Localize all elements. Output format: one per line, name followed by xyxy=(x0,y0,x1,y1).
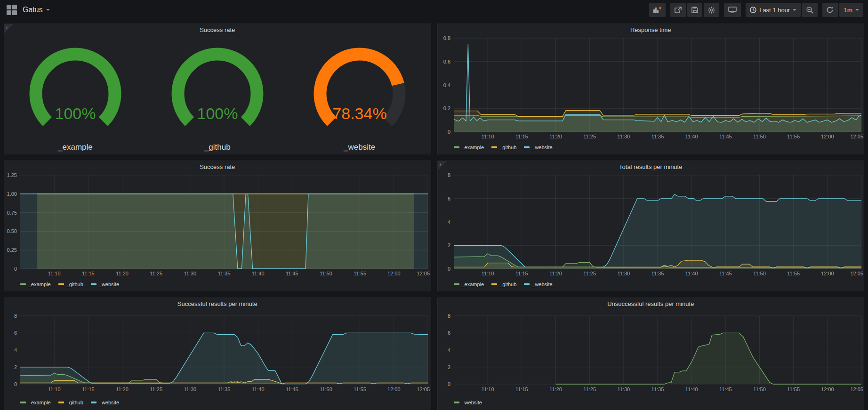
svg-text:11:50: 11:50 xyxy=(320,271,332,276)
svg-text:11:45: 11:45 xyxy=(286,271,298,276)
gauge-arc: 100% xyxy=(14,36,137,143)
panel-info-icon[interactable]: i xyxy=(438,161,447,170)
gauge-arc: 100% xyxy=(156,36,279,143)
legend-item-example[interactable]: _example xyxy=(20,400,51,405)
panel-title[interactable]: Response time xyxy=(438,24,864,36)
gauge-github: 100%_github xyxy=(147,36,288,152)
total-results-chart: 8642011:1011:1511:2011:2511:3011:3511:40… xyxy=(438,173,864,287)
svg-text:4: 4 xyxy=(14,347,17,353)
apps-grid-icon[interactable] xyxy=(7,5,17,15)
svg-text:11:10: 11:10 xyxy=(481,386,494,392)
chart-canvas[interactable]: 0.80.60.40.2011:1011:1511:2011:2511:3011… xyxy=(440,36,863,142)
svg-text:11:40: 11:40 xyxy=(685,271,698,276)
legend-item-website[interactable]: _website xyxy=(91,281,119,287)
svg-text:6: 6 xyxy=(447,196,450,201)
legend-label: _example xyxy=(28,400,51,405)
svg-text:11:55: 11:55 xyxy=(787,386,800,392)
time-range-picker[interactable]: Last 1 hour xyxy=(746,3,801,17)
svg-text:78.34%: 78.34% xyxy=(332,105,386,122)
legend-label: _website xyxy=(462,400,482,405)
legend-item-example[interactable]: _example xyxy=(20,281,51,287)
settings-button[interactable] xyxy=(704,3,719,17)
chart-canvas[interactable]: 8642011:1011:1511:2011:2511:3011:3511:40… xyxy=(6,310,430,397)
chart-legend: _example_github_website xyxy=(6,281,431,287)
zoom-out-button[interactable] xyxy=(802,3,818,17)
gauge-label: _github xyxy=(204,143,231,152)
legend-swatch xyxy=(58,283,64,285)
panel-unsuccessful-results: Unsuccessful results per minute 8642011:… xyxy=(437,297,865,410)
panel-info-icon[interactable]: i xyxy=(4,24,14,33)
tv-mode-button[interactable] xyxy=(724,3,741,17)
legend-swatch xyxy=(91,283,96,285)
gear-icon xyxy=(708,7,715,14)
panel-title[interactable]: Success rate xyxy=(4,161,431,173)
gauge-arc: 78.34% xyxy=(298,36,421,143)
svg-text:11:40: 11:40 xyxy=(685,134,698,139)
chart-canvas[interactable]: 1.251.000.750.500.25011:1011:1511:2011:2… xyxy=(6,173,430,279)
panel-successful-results: Successful results per minute 8642011:10… xyxy=(4,297,431,410)
chevron-down-icon xyxy=(793,9,796,11)
panel-title[interactable]: Unsuccessful results per minute xyxy=(438,298,864,310)
legend-swatch xyxy=(20,402,26,403)
chart-canvas[interactable]: 8642011:1011:1511:2011:2511:3011:3511:40… xyxy=(440,173,863,279)
legend-item-website[interactable]: _website xyxy=(454,400,482,405)
svg-text:12:05: 12:05 xyxy=(417,386,430,392)
gauge-label: _example xyxy=(58,143,93,152)
legend-item-example[interactable]: _example xyxy=(454,145,484,150)
legend-item-github[interactable]: _github xyxy=(491,281,516,287)
save-icon xyxy=(691,7,698,13)
add-panel-button[interactable] xyxy=(649,3,666,17)
legend-label: _github xyxy=(499,145,516,150)
svg-text:11:30: 11:30 xyxy=(617,271,630,276)
response-time-chart: 0.80.60.40.2011:1011:1511:2011:2511:3011… xyxy=(438,36,864,150)
chart-canvas[interactable]: 8642011:1011:1511:2011:2511:3011:3511:40… xyxy=(440,310,863,397)
svg-text:0.25: 0.25 xyxy=(7,247,17,253)
legend-label: _website xyxy=(99,400,119,405)
svg-text:2: 2 xyxy=(14,364,17,370)
svg-text:6: 6 xyxy=(447,330,450,336)
zoom-out-icon xyxy=(806,7,813,14)
svg-text:11:15: 11:15 xyxy=(515,134,528,139)
share-button[interactable] xyxy=(670,3,686,17)
legend-item-github[interactable]: _github xyxy=(491,145,516,150)
gauge-example: 100%_example xyxy=(5,36,146,152)
legend-swatch xyxy=(20,283,26,285)
time-range-label: Last 1 hour xyxy=(759,7,790,14)
dashboard-grid: i Success rate 100%_example100%_github78… xyxy=(0,20,868,410)
refresh-icon xyxy=(827,7,834,13)
save-button[interactable] xyxy=(687,3,702,17)
legend-label: _website xyxy=(532,281,552,287)
refresh-interval-dropdown[interactable]: 1m xyxy=(839,3,863,17)
svg-text:12:05: 12:05 xyxy=(850,271,863,276)
legend-item-github[interactable]: _github xyxy=(58,281,83,287)
dashboard-title: Gatus xyxy=(23,6,43,14)
refresh-button[interactable] xyxy=(822,3,838,17)
legend-swatch xyxy=(524,146,530,148)
legend-item-example[interactable]: _example xyxy=(454,281,484,287)
svg-text:0: 0 xyxy=(447,381,450,387)
svg-text:11:15: 11:15 xyxy=(515,271,528,276)
svg-text:100%: 100% xyxy=(197,105,238,122)
svg-text:11:50: 11:50 xyxy=(753,386,766,392)
panel-title[interactable]: Successful results per minute xyxy=(4,298,431,310)
dashboard-title-dropdown[interactable]: Gatus xyxy=(23,6,50,14)
legend-item-website[interactable]: _website xyxy=(91,400,119,405)
svg-text:11:35: 11:35 xyxy=(651,134,664,139)
panel-title[interactable]: Success rate xyxy=(4,24,431,36)
svg-text:11:50: 11:50 xyxy=(320,386,332,392)
svg-text:4: 4 xyxy=(447,219,450,225)
chart-legend: _example_github_website xyxy=(6,400,431,405)
legend-item-website[interactable]: _website xyxy=(524,145,552,150)
svg-text:0.6: 0.6 xyxy=(443,59,450,64)
panel-response-time: Response time 0.80.60.40.2011:1011:1511:… xyxy=(437,24,865,154)
svg-text:11:45: 11:45 xyxy=(719,386,731,392)
svg-text:12:05: 12:05 xyxy=(417,271,430,276)
svg-text:11:25: 11:25 xyxy=(583,271,596,276)
legend-item-website[interactable]: _website xyxy=(524,281,552,287)
legend-swatch xyxy=(454,283,459,285)
svg-text:11:20: 11:20 xyxy=(549,386,562,392)
legend-item-github[interactable]: _github xyxy=(58,400,83,405)
panel-success-rate-gauges: i Success rate 100%_example100%_github78… xyxy=(4,24,431,154)
svg-text:12:05: 12:05 xyxy=(850,134,863,139)
panel-title[interactable]: Total results per minute xyxy=(438,161,864,173)
